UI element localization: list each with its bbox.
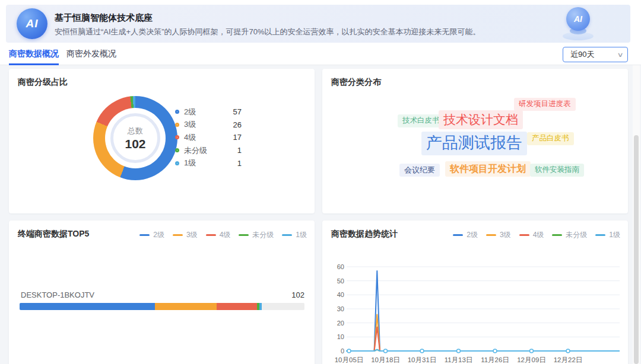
cloud-tag[interactable]: 软件安装指南: [530, 164, 584, 177]
cloud-tag[interactable]: 研发项目进度表: [514, 98, 576, 111]
legend-circle-icon: [175, 148, 179, 152]
legend-dash-icon: [282, 234, 292, 236]
trend-line-chart: 010203040506010月05日10月18日10月31日11月13日11月…: [331, 247, 620, 364]
terminal-total-value: 102: [291, 290, 304, 299]
bar-segment: [20, 303, 155, 310]
legend-item[interactable]: 未分级: [239, 230, 274, 240]
ai-logo-icon: AI: [17, 8, 47, 39]
svg-text:60: 60: [337, 263, 344, 270]
cloud-tag[interactable]: 软件项目开发计划: [445, 161, 531, 177]
bar-segment: [259, 303, 262, 310]
tab-bar: 商密数据概况 商密外发概况: [0, 43, 641, 65]
legend-dash-icon: [239, 234, 249, 236]
svg-text:50: 50: [337, 277, 344, 285]
donut-inner-ring: 总数 102: [110, 113, 160, 163]
terminal-name-label: DESKTOP-1BKOJTV: [21, 290, 94, 299]
card-grade-pie: 商密分级占比 总数 102 2级573级264级17未分级11级1: [9, 69, 315, 213]
legend-item[interactable]: 1级: [282, 230, 307, 240]
content-area: 商密分级占比 总数 102 2级573级264级17未分级11级1 商密分类分布…: [0, 65, 641, 364]
cloud-tag[interactable]: 产品测试报告: [421, 132, 527, 155]
banner-text: 基于恒脑智能体技术底座 安恒恒脑通过“AI生成+人类决策”的人际协同框架，可提升…: [55, 11, 481, 38]
svg-text:12月09日: 12月09日: [517, 356, 546, 363]
svg-text:0: 0: [341, 347, 344, 355]
terminal-bar-track: [20, 303, 304, 310]
legend-value: 26: [233, 120, 242, 129]
legend-value: 1: [237, 146, 242, 155]
legend-circle-icon: [175, 135, 179, 139]
tab-outgoing-overview[interactable]: 商密外发概况: [66, 43, 116, 65]
tab-business-data-overview[interactable]: 商密数据概况: [9, 43, 59, 65]
legend-value: 57: [233, 107, 242, 116]
legend-label: 3级: [184, 119, 196, 130]
pie-legend-item[interactable]: 1级1: [175, 157, 242, 170]
legend-circle-icon: [175, 161, 179, 165]
pie-legend-item[interactable]: 2级57: [175, 106, 242, 119]
legend-value: 1: [237, 159, 242, 168]
legend-dash-icon: [486, 234, 496, 236]
legend-item[interactable]: 4级: [206, 230, 231, 240]
legend-label: 未分级: [184, 145, 207, 156]
bar-legend: 2级3级4级未分级1级: [131, 230, 307, 240]
pie-legend-item[interactable]: 4级17: [175, 131, 242, 144]
legend-label: 1级: [609, 230, 620, 240]
dashboard-page: AI 基于恒脑智能体技术底座 安恒恒脑通过“AI生成+人类决策”的人际协同框架，…: [0, 0, 641, 364]
card-grade-pie-title: 商密分级占比: [18, 77, 68, 88]
card-trend-title: 商密数据趋势统计: [331, 229, 398, 240]
card-terminal-top5-title: 终端商密数据TOP5: [18, 229, 89, 240]
date-range-select[interactable]: 近90天 ∨: [563, 47, 628, 62]
chevron-down-icon: ∨: [617, 51, 623, 59]
cloud-tag[interactable]: 会议纪要: [399, 164, 440, 177]
legend-label: 4级: [184, 132, 196, 143]
svg-text:11月13日: 11月13日: [445, 356, 473, 363]
svg-text:30: 30: [337, 305, 344, 312]
donut-hole: 总数 102: [105, 108, 166, 168]
cloud-tag[interactable]: 产品白皮书: [527, 132, 574, 145]
legend-label: 未分级: [566, 230, 587, 240]
ai-logo-text: AI: [26, 17, 39, 30]
legend-item[interactable]: 1级: [595, 230, 620, 240]
card-category-cloud: 商密分类分布 研发项目进度表技术白皮书技术设计文档产品白皮书产品测试报告会议纪要…: [322, 69, 628, 213]
legend-item[interactable]: 2级: [453, 230, 478, 240]
date-range-value: 近90天: [570, 49, 594, 60]
cloud-tag[interactable]: 技术设计文档: [439, 110, 523, 129]
legend-value: 17: [233, 133, 242, 142]
robot-head-icon: AI: [566, 7, 590, 31]
card-category-cloud-title: 商密分类分布: [331, 77, 381, 88]
legend-dash-icon: [206, 234, 216, 236]
page-scrollbar-thumb[interactable]: [634, 135, 639, 364]
robot-head-text: AI: [574, 14, 582, 24]
legend-dash-icon: [173, 234, 183, 236]
legend-dash-icon: [139, 234, 150, 236]
pie-legend-item[interactable]: 未分级1: [175, 144, 242, 157]
svg-text:20: 20: [337, 320, 344, 327]
banner-title: 基于恒脑智能体技术底座: [55, 11, 481, 24]
bar-segment: [155, 303, 217, 310]
top-banner: AI 基于恒脑智能体技术底座 安恒恒脑通过“AI生成+人类决策”的人际协同框架，…: [6, 5, 630, 43]
pie-legend-item[interactable]: 3级26: [175, 119, 242, 132]
legend-item[interactable]: 未分级: [552, 230, 587, 240]
legend-item[interactable]: 4级: [519, 230, 544, 240]
legend-label: 4级: [220, 230, 231, 240]
legend-dash-icon: [595, 234, 605, 236]
svg-text:10月18日: 10月18日: [371, 356, 400, 363]
donut-total-label: 总数: [128, 126, 143, 136]
card-terminal-top5: 终端商密数据TOP5 2级3级4级未分级1级 DESKTOP-1BKOJTV 1…: [9, 221, 315, 364]
legend-item[interactable]: 3级: [173, 230, 198, 240]
banner-subtitle: 安恒恒脑通过“AI生成+人类决策”的人际协同框架，可提升70%以上的安全运营效率…: [55, 26, 481, 38]
legend-label: 未分级: [252, 230, 274, 240]
legend-label: 2级: [184, 107, 196, 117]
bar-segment: [217, 303, 257, 310]
legend-dash-icon: [552, 234, 562, 236]
legend-item[interactable]: 2级: [139, 230, 164, 240]
svg-text:40: 40: [337, 291, 344, 298]
svg-text:10月31日: 10月31日: [408, 356, 437, 363]
legend-label: 2级: [153, 230, 164, 240]
legend-item[interactable]: 3级: [486, 230, 511, 240]
cloud-tag[interactable]: 技术白皮书: [398, 114, 445, 127]
ai-robot-illustration: AI: [560, 7, 596, 41]
legend-label: 4级: [533, 230, 544, 240]
legend-label: 2级: [467, 230, 478, 240]
legend-circle-icon: [175, 110, 179, 114]
terminal-stacked-bar: [20, 303, 262, 310]
legend-label: 1级: [184, 158, 196, 168]
